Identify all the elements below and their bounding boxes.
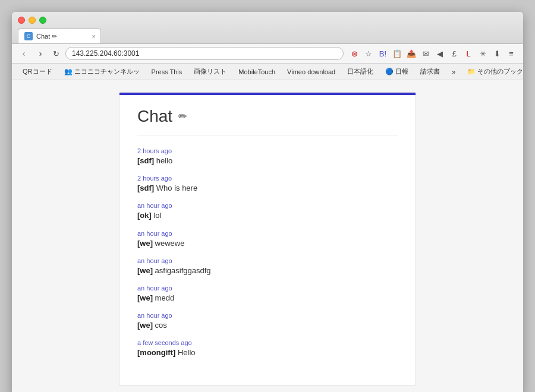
message-user: [ok] [137,211,152,220]
message-group: an hour ago[we] wewewe [137,230,398,249]
address-input[interactable] [72,49,337,58]
message-user: [moongift] [137,348,175,357]
bookmarks-bar: QRコード 👥 ニコニコチャンネルッ Press This 画像リスト Mobi… [12,64,523,80]
message-group: a few seconds ago[moongift] Hello [137,339,398,358]
download-icon[interactable]: ⬇ [491,48,503,59]
message-user: [we] [137,321,153,330]
card-body: Chat ✏ 2 hours ago[sdf] hello2 hours ago… [119,95,416,385]
bookmark-more[interactable]: » [447,67,460,77]
bookmark-others[interactable]: 📁 その他のブックマーク [462,66,523,77]
minimize-button[interactable] [29,17,36,24]
copy-icon[interactable]: 📋 [391,48,403,59]
tab-favicon: C [24,32,33,40]
message-time: 2 hours ago [137,175,398,182]
traffic-lights [18,17,517,29]
message-time: an hour ago [137,202,398,209]
toolbar: ‹ › ↻ ⊗ ☆ B! 📋 📤 ✉ ◀ £ L ✳ ⬇ ≡ [12,44,523,64]
forward-button[interactable]: › [34,48,46,59]
message-time: 2 hours ago [137,147,398,154]
feed-icon[interactable]: ◀ [434,48,446,59]
message-group: an hour ago[we] asfigasifggasdfg [137,257,398,276]
bookmark-star-icon[interactable]: ☆ [363,48,374,59]
tab-close-button[interactable]: × [92,33,96,40]
message-content: [we] asfigasifggasdfg [137,265,398,276]
browser-window: C Chat ✏ × ‹ › ↻ ⊗ ☆ B! 📋 📤 ✉ ◀ £ L ✳ ⬇ … [12,12,523,392]
menu-icon[interactable]: ≡ [505,48,517,59]
bookmark-niconico[interactable]: 👥 ニコニコチャンネルッ [59,66,144,77]
content-card: Chat ✏ 2 hours ago[sdf] hello2 hours ago… [119,92,416,385]
tabs-row: C Chat ✏ × [18,29,517,43]
message-group: an hour ago[we] cos [137,312,398,331]
message-time: an hour ago [137,257,398,264]
chat-messages: 2 hours ago[sdf] hello2 hours ago[sdf] W… [137,147,398,367]
message-time: an hour ago [137,312,398,319]
back-button[interactable]: ‹ [18,48,30,59]
address-bar[interactable] [65,47,344,60]
bookmark-imagelist[interactable]: 画像リスト [189,66,231,77]
bookmark-japanese[interactable]: 日本語化 [342,66,378,77]
bookmark-mobiletouch[interactable]: MobileTouch [234,67,280,77]
bookmark-pressthis[interactable]: Press This [147,67,187,77]
share-icon[interactable]: 📤 [405,48,417,59]
edit-icon[interactable]: ✏ [178,110,187,123]
hatena-icon[interactable]: B! [377,48,389,59]
star-icon[interactable]: ✳ [477,48,489,59]
page-title: Chat ✏ [137,107,398,135]
message-group: an hour ago[we] medd [137,284,398,304]
tab-title: Chat ✏ [36,33,57,40]
message-content: [ok] lol [137,210,398,221]
page-content: Chat ✏ 2 hours ago[sdf] hello2 hours ago… [12,80,523,392]
stop-icon[interactable]: ⊗ [348,48,360,59]
bookmark-vimeo[interactable]: Vimeo download [282,67,340,77]
message-user: [we] [137,266,153,275]
lastpass-icon[interactable]: L [462,48,474,59]
refresh-button[interactable]: ↻ [51,49,61,58]
message-content: [sdf] Who is here [137,183,398,194]
message-time: an hour ago [137,230,398,237]
message-user: [we] [137,239,153,248]
message-content: [we] medd [137,293,398,304]
currency-icon[interactable]: £ [448,48,460,59]
maximize-button[interactable] [39,17,46,24]
title-text: Chat [137,107,172,126]
message-user: [sdf] [137,156,154,165]
bookmark-nippo[interactable]: 🔵 日報 [380,66,413,77]
close-button[interactable] [18,17,25,24]
message-time: a few seconds ago [137,339,398,346]
browser-tab[interactable]: C Chat ✏ × [18,29,101,43]
title-bar: C Chat ✏ × [12,12,523,44]
message-user: [sdf] [137,184,154,192]
message-content: [we] cos [137,320,398,331]
message-time: an hour ago [137,284,398,292]
toolbar-icons: ⊗ ☆ B! 📋 📤 ✉ ◀ £ L ✳ ⬇ ≡ [348,48,517,59]
message-group: an hour ago[ok] lol [137,202,398,221]
message-content: [sdf] hello [137,156,398,166]
message-group: 2 hours ago[sdf] Who is here [137,175,398,194]
bookmark-invoice[interactable]: 請求書 [416,66,445,77]
message-content: [we] wewewe [137,238,398,249]
message-user: [we] [137,293,153,302]
bookmark-qr[interactable]: QRコード [18,66,57,77]
mail-icon[interactable]: ✉ [420,48,432,59]
message-content: [moongift] Hello [137,347,398,358]
message-group: 2 hours ago[sdf] hello [137,147,398,166]
